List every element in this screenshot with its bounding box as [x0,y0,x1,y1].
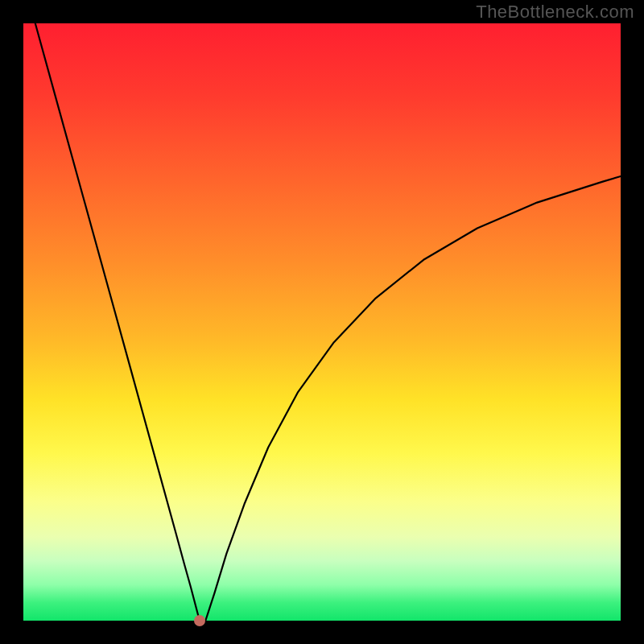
watermark-text: TheBottleneck.com [476,2,634,23]
plot-area [23,23,621,621]
optimal-point-marker [194,615,205,626]
bottleneck-curve [23,23,621,621]
chart-frame: TheBottleneck.com [0,0,644,644]
